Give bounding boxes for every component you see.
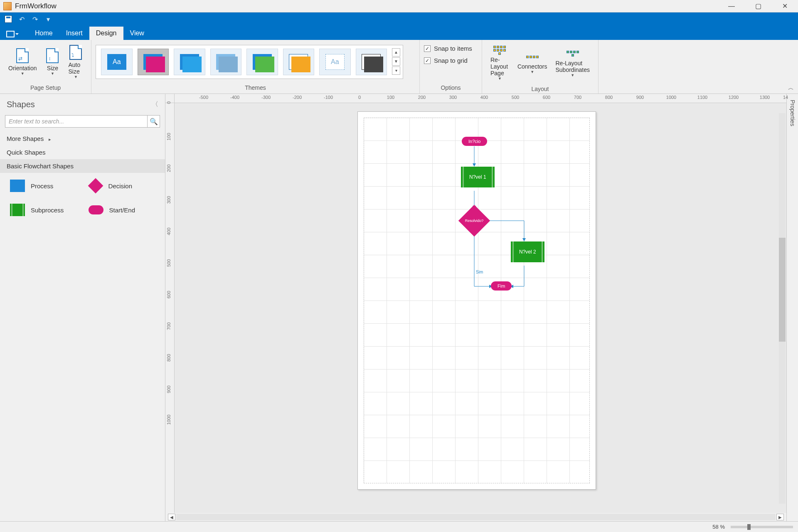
relayout-subordinates-label: Re-Layout Subordinates <box>555 60 590 73</box>
decision-icon <box>88 178 103 194</box>
shapes-search-input[interactable] <box>5 115 148 128</box>
theme-item[interactable]: Aa <box>174 49 205 75</box>
node-level1[interactable]: N?vel 1 <box>461 167 495 187</box>
tab-design[interactable]: Design <box>89 27 123 40</box>
start-end-icon <box>89 205 103 214</box>
shape-subprocess[interactable]: Subprocess <box>4 204 83 216</box>
node-start[interactable]: In?cio <box>462 137 487 146</box>
theme-item[interactable]: Aa <box>246 49 278 75</box>
chevron-down-icon: ▼ <box>530 70 534 74</box>
quick-shapes-item[interactable]: Quick Shapes <box>0 145 165 159</box>
layout-group-label: Layout <box>482 85 598 94</box>
connectors-icon <box>525 51 540 63</box>
gallery-more-button[interactable]: ▾ <box>392 66 400 75</box>
theme-item[interactable]: Aa <box>101 49 133 75</box>
theme-item[interactable]: Aa <box>319 49 351 75</box>
scroll-right-button[interactable]: ▶ <box>776 514 784 520</box>
shapes-title: Shapes <box>7 100 35 109</box>
options-group-label: Options <box>420 84 482 94</box>
collapse-ribbon-button[interactable]: ︿ <box>788 84 794 92</box>
node-end[interactable]: Fim <box>491 281 512 291</box>
quick-access-customize[interactable]: ▾ <box>42 14 54 24</box>
orientation-button[interactable]: ⇄ Orientation ▼ <box>4 47 41 77</box>
close-button[interactable]: ✕ <box>771 0 798 12</box>
snap-to-items-checkbox[interactable]: ✓Snap to items <box>424 45 472 52</box>
ruler-h-ticks: -500 -400 -300 -200 -100 0 100 200 300 4… <box>175 94 786 103</box>
more-shapes-item[interactable]: More Shapes ▸ <box>0 132 165 145</box>
title-bar: FrmWorkflow — ▢ ✕ <box>0 0 798 12</box>
basic-flowchart-label: Basic Flowchart Shapes <box>7 163 74 170</box>
canvas-area: -500 -400 -300 -200 -100 0 100 200 300 4… <box>165 94 786 521</box>
properties-tab[interactable]: Properties <box>786 94 798 521</box>
undo-button[interactable]: ↶ <box>16 14 27 24</box>
subprocess-icon <box>10 204 25 216</box>
tab-insert[interactable]: Insert <box>59 27 89 40</box>
auto-size-label: Auto Size <box>68 62 83 75</box>
node-decision-label: Resolvido? <box>463 209 485 232</box>
save-button[interactable] <box>2 14 14 24</box>
shape-decision[interactable]: Decision <box>83 180 161 192</box>
themes-gallery[interactable]: Aa Aa Aa Aa Aa Aa Aa Aa ▲ ▼ ▾ <box>96 45 403 79</box>
theme-item[interactable]: Aa <box>210 49 242 75</box>
zoom-slider[interactable] <box>731 526 793 528</box>
status-bar: 58 % <box>0 521 798 532</box>
shape-start-end[interactable]: Start/End <box>83 204 161 216</box>
node-level1-label: N?vel 1 <box>469 174 486 180</box>
snap-to-items-label: Snap to items <box>434 45 472 52</box>
svg-marker-4 <box>522 238 526 241</box>
node-start-label: In?cio <box>468 139 480 144</box>
node-end-label: Fim <box>498 283 505 288</box>
shape-process[interactable]: Process <box>4 180 83 192</box>
shape-start-end-label: Start/End <box>109 207 135 214</box>
size-button[interactable]: ↕ Size ▼ <box>41 47 64 77</box>
connectors-label: Connectors <box>517 63 547 70</box>
gallery-down-button[interactable]: ▼ <box>392 57 400 66</box>
shape-process-label: Process <box>31 182 53 190</box>
snap-to-grid-checkbox[interactable]: ✓Snap to grid <box>424 57 468 64</box>
horizontal-scrollbar[interactable]: ◀ ▶ <box>165 513 786 521</box>
node-decision[interactable]: Resolvido? <box>458 205 490 236</box>
relayout-subordinates-button[interactable]: Re-Layout Subordinates ▼ <box>551 46 594 79</box>
theme-item[interactable]: Aa <box>283 49 315 75</box>
orientation-label: Orientation <box>8 65 37 71</box>
chevron-down-icon: ▼ <box>21 71 25 76</box>
properties-tab-label: Properties <box>789 100 796 126</box>
shape-decision-label: Decision <box>108 182 133 190</box>
scroll-left-button[interactable]: ◀ <box>168 514 175 520</box>
chevron-down-icon: ▼ <box>498 76 502 81</box>
connectors-button[interactable]: Connectors ▼ <box>513 49 552 76</box>
diagram-viewport[interactable]: In?cio N?vel 1 Resolvido? N?vel 2 Fim Si… <box>175 103 786 513</box>
relayout-page-label: Re-Layout Page <box>490 57 509 76</box>
collapse-shapes-button[interactable]: 〈 <box>152 100 158 109</box>
horizontal-ruler: -500 -400 -300 -200 -100 0 100 200 300 4… <box>165 94 786 103</box>
diagram-page[interactable]: In?cio N?vel 1 Resolvido? N?vel 2 Fim Si… <box>357 111 596 490</box>
ribbon-tabs: Home Insert Design View <box>0 26 798 40</box>
zoom-readout: 58 % <box>712 524 725 530</box>
basic-flowchart-item[interactable]: Basic Flowchart Shapes <box>0 159 165 173</box>
relayout-page-button[interactable]: Re-Layout Page ▼ <box>486 42 513 82</box>
vertical-ruler: 0 100 200 300 400 500 600 700 800 900 10… <box>165 103 175 513</box>
shape-palette: Process Decision Subprocess Start/End <box>0 173 165 234</box>
themes-group-label: Themes <box>91 84 419 94</box>
vertical-scrollbar[interactable] <box>779 113 786 504</box>
node-level2[interactable]: N?vel 2 <box>511 241 544 262</box>
shape-subprocess-label: Subprocess <box>31 207 64 214</box>
tree-icon <box>565 47 580 60</box>
tab-view[interactable]: View <box>123 27 151 40</box>
process-icon <box>10 180 25 192</box>
file-menu[interactable] <box>4 28 21 40</box>
theme-item[interactable]: Aa <box>356 49 387 75</box>
minimize-button[interactable]: — <box>718 0 745 12</box>
maximize-button[interactable]: ▢ <box>745 0 771 12</box>
window-title: FrmWorkflow <box>15 2 57 10</box>
edge-label-yes: Sim <box>476 270 483 274</box>
auto-size-button[interactable]: ⤵ Auto Size ▼ <box>64 43 87 81</box>
theme-item-selected[interactable]: Aa <box>138 49 169 75</box>
page-setup-group-label: Page Setup <box>0 84 91 94</box>
grid-icon <box>492 44 507 57</box>
chevron-down-icon: ▼ <box>74 75 78 79</box>
gallery-up-button[interactable]: ▲ <box>392 48 400 57</box>
redo-button[interactable]: ↷ <box>29 14 41 24</box>
search-icon[interactable]: 🔍 <box>148 115 160 128</box>
tab-home[interactable]: Home <box>28 27 59 40</box>
